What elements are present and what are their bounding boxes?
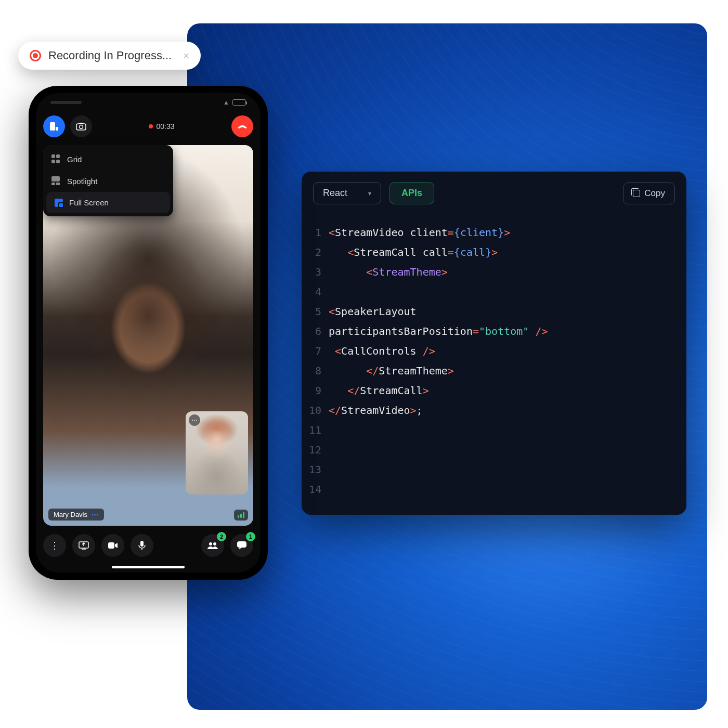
more-button[interactable]: ⋮ [43, 534, 66, 557]
more-icon: ⋮ [50, 540, 59, 551]
call-controls: ⋮ 2 1 [43, 534, 253, 557]
close-icon[interactable]: × [183, 50, 189, 61]
grid-icon [51, 154, 61, 164]
svg-point-3 [80, 125, 83, 129]
participant-name-chip: Mary Davis ⋯ [48, 509, 104, 521]
copy-label: Copy [644, 188, 665, 199]
mic-button[interactable] [131, 534, 153, 557]
recording-label: Recording In Progress... [48, 49, 172, 62]
phone-device: ▲ 00:33 ⋯ Mary Davis [29, 86, 268, 580]
mic-icon [138, 540, 146, 551]
participants-icon [207, 541, 218, 550]
framework-label: React [323, 188, 347, 199]
code-body: 1234567891011121314 <StreamVideo client=… [302, 215, 686, 515]
code-header: React ▾ APIs Copy [302, 172, 686, 215]
copy-button[interactable]: Copy [623, 183, 675, 204]
status-bar: ▲ [36, 93, 261, 112]
pip-more-button[interactable]: ⋯ [189, 414, 200, 426]
recording-pill: Recording In Progress... × [18, 42, 201, 70]
copy-icon [633, 190, 640, 197]
spotlight-icon [51, 176, 61, 186]
record-icon [30, 50, 41, 61]
signal-strength-icon [234, 510, 248, 521]
svg-rect-0 [50, 122, 55, 131]
apis-button[interactable]: APIs [389, 182, 434, 204]
svg-rect-5 [108, 542, 114, 549]
chat-icon [237, 541, 247, 550]
layout-menu-item-spotlight[interactable]: Spotlight [43, 170, 173, 192]
camera-flip-button[interactable] [70, 115, 92, 137]
svg-point-7 [209, 542, 212, 545]
layout-menu-label: Grid [67, 155, 82, 164]
participants-badge: 2 [217, 532, 226, 541]
notch-icon [50, 101, 82, 104]
phone-screen: ▲ 00:33 ⋯ Mary Davis [36, 93, 261, 573]
layout-menu: Grid Spotlight Full Screen [43, 145, 173, 216]
pip-video[interactable]: ⋯ [186, 411, 248, 495]
svg-rect-1 [56, 127, 58, 131]
video-button[interactable] [101, 534, 124, 557]
home-indicator[interactable] [112, 566, 185, 568]
screen-share-icon [79, 541, 89, 550]
svg-point-8 [213, 542, 216, 545]
camera-flip-icon [76, 122, 86, 131]
battery-icon [232, 99, 246, 106]
video-icon [108, 542, 118, 549]
chat-button[interactable]: 1 [230, 534, 253, 557]
chevron-down-icon: ▾ [368, 190, 371, 197]
code-lines[interactable]: <StreamVideo client={client}> <StreamCal… [329, 223, 686, 508]
participant-name: Mary Davis [54, 511, 87, 518]
participants-button[interactable]: 2 [201, 534, 224, 557]
layout-menu-label: Spotlight [67, 177, 97, 186]
code-panel: React ▾ APIs Copy 1234567891011121314 <S… [302, 172, 686, 515]
fullscreen-icon [55, 199, 63, 207]
layout-menu-item-fullscreen[interactable]: Full Screen [46, 192, 170, 213]
layout-icon [49, 122, 59, 131]
layout-menu-label: Full Screen [69, 198, 109, 207]
code-gutter: 1234567891011121314 [302, 223, 329, 508]
svg-rect-6 [140, 541, 144, 547]
hangup-button[interactable] [231, 115, 253, 137]
participant-more-icon[interactable]: ⋯ [92, 511, 99, 518]
recording-indicator: 00:33 [97, 122, 226, 131]
chat-badge: 1 [246, 532, 255, 541]
layout-menu-item-grid[interactable]: Grid [43, 148, 173, 170]
record-dot-icon [149, 124, 153, 128]
phone-hangup-icon [237, 124, 248, 129]
call-header: 00:33 [36, 112, 261, 141]
cellular-icon: ▲ [223, 99, 229, 106]
screen-share-button[interactable] [72, 534, 95, 557]
framework-dropdown[interactable]: React ▾ [313, 182, 381, 204]
recording-time: 00:33 [156, 122, 174, 131]
svg-rect-9 [237, 541, 246, 548]
layout-button[interactable] [43, 115, 65, 137]
